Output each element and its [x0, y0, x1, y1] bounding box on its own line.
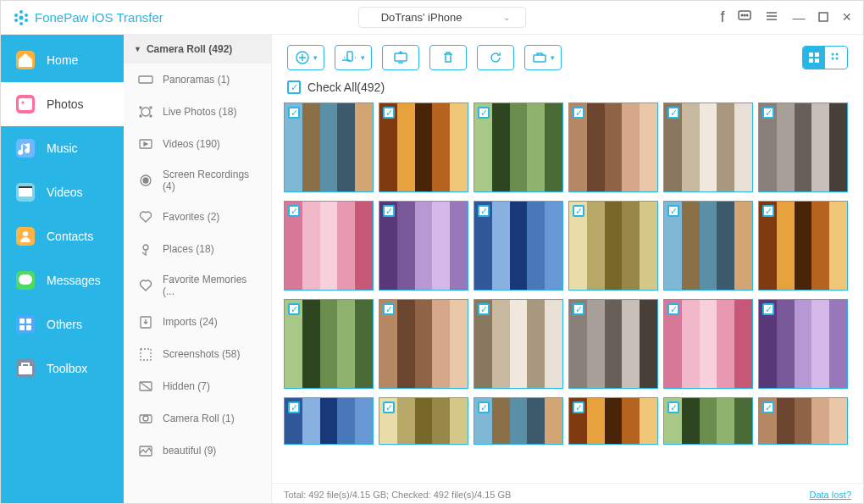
checkbox-icon[interactable]: ✓ [667, 303, 679, 315]
device-selector[interactable]: DoTrans' iPhone ⌄ [358, 7, 526, 28]
checkbox-icon[interactable]: ✓ [762, 205, 774, 217]
album-item[interactable]: Live Photos (18) [124, 96, 271, 128]
checkbox-icon[interactable]: ✓ [478, 303, 490, 315]
checkbox-icon[interactable]: ✓ [762, 402, 774, 413]
photo-thumb[interactable]: ✓ [758, 397, 848, 445]
check-all[interactable]: ✓ Check All(492) [272, 80, 863, 102]
album-item[interactable]: Screenshots (58) [124, 338, 271, 370]
checkbox-icon[interactable]: ✓ [287, 80, 301, 94]
album-item[interactable]: Favorite Memories (... [124, 265, 271, 306]
view-toggle[interactable] [802, 46, 848, 69]
checkbox-icon[interactable]: ✓ [573, 303, 584, 315]
checkbox-icon[interactable]: ✓ [383, 107, 395, 119]
photo-thumb[interactable]: ✓ [284, 397, 374, 445]
album-item[interactable]: Videos (190) [124, 128, 271, 160]
svg-rect-15 [19, 98, 32, 110]
list-view-icon[interactable] [825, 47, 847, 69]
checkbox-icon[interactable]: ✓ [762, 303, 774, 315]
nav-other[interactable]: Others [1, 302, 124, 346]
photo-thumb[interactable]: ✓ [568, 102, 658, 192]
photo-thumb[interactable]: ✓ [474, 102, 563, 192]
album-item[interactable]: Favorites (2) [124, 201, 271, 233]
svg-rect-18 [19, 186, 32, 188]
svg-point-30 [140, 115, 141, 117]
photo-thumb[interactable]: ✓ [758, 201, 848, 291]
checkbox-icon[interactable]: ✓ [762, 107, 774, 119]
photo-thumb[interactable]: ✓ [379, 397, 468, 445]
photo-thumb[interactable]: ✓ [379, 299, 468, 389]
grid-view-icon[interactable] [803, 47, 825, 69]
nav-tool[interactable]: Toolbox [1, 346, 124, 390]
refresh-button[interactable] [477, 45, 514, 70]
facebook-icon[interactable]: f [720, 8, 724, 26]
checkbox-icon[interactable]: ✓ [667, 205, 679, 217]
minimize-button[interactable]: — [792, 10, 805, 25]
photo-thumb[interactable]: ✓ [379, 201, 468, 291]
menu-icon[interactable] [765, 9, 778, 25]
checkbox-icon[interactable]: ✓ [288, 107, 300, 119]
photo-thumb[interactable]: ✓ [663, 397, 753, 445]
delete-button[interactable] [429, 45, 467, 70]
svg-point-19 [23, 231, 28, 236]
toolbox-button[interactable]: ▾ [524, 45, 562, 70]
album-item[interactable]: Hidden (7) [124, 370, 271, 402]
nav-video[interactable]: Videos [1, 170, 124, 214]
checkbox-icon[interactable]: ✓ [383, 303, 395, 315]
maximize-button[interactable] [818, 10, 828, 25]
photo-thumb[interactable]: ✓ [379, 102, 468, 192]
checkbox-icon[interactable]: ✓ [573, 402, 584, 413]
photo-thumb[interactable]: ✓ [284, 102, 374, 192]
svg-rect-25 [19, 366, 32, 374]
photo-thumb[interactable]: ✓ [663, 299, 753, 389]
photo-thumb[interactable]: ✓ [284, 201, 374, 291]
checkbox-icon[interactable]: ✓ [573, 107, 584, 119]
feedback-icon[interactable] [738, 9, 751, 25]
checkbox-icon[interactable]: ✓ [288, 402, 300, 413]
photo-thumb[interactable]: ✓ [284, 299, 374, 389]
export-pc-button[interactable] [382, 45, 419, 70]
checkbox-icon[interactable]: ✓ [288, 303, 300, 315]
checkbox-icon[interactable]: ✓ [667, 402, 679, 413]
album-item[interactable]: Screen Recordings (4) [124, 160, 271, 201]
nav-home[interactable]: Home [1, 38, 124, 82]
data-lost-link[interactable]: Data lost? [809, 490, 851, 500]
photo-thumb[interactable]: ✓ [474, 397, 563, 445]
photo-thumb[interactable]: ✓ [663, 102, 753, 192]
svg-point-5 [14, 19, 18, 22]
photo-thumb[interactable]: ✓ [474, 201, 563, 291]
photo-thumb[interactable]: ✓ [663, 201, 753, 291]
export-device-button[interactable]: ▾ [335, 45, 372, 70]
nav-music[interactable]: Music [1, 126, 124, 170]
photo-thumb[interactable]: ✓ [474, 299, 563, 389]
album-item[interactable]: beautiful (9) [124, 435, 271, 467]
album-item[interactable]: Panoramas (1) [124, 64, 271, 96]
svg-point-29 [150, 107, 152, 108]
photo-thumb[interactable]: ✓ [568, 397, 658, 445]
photo-thumb[interactable]: ✓ [758, 299, 848, 389]
svg-point-16 [22, 102, 25, 104]
checkbox-icon[interactable]: ✓ [478, 107, 490, 119]
checkbox-icon[interactable]: ✓ [478, 402, 490, 413]
checkbox-icon[interactable]: ✓ [383, 402, 395, 413]
album-item[interactable]: Imports (24) [124, 306, 271, 338]
add-button[interactable]: ▾ [287, 45, 324, 70]
photo-icon [16, 95, 35, 114]
photo-thumb[interactable]: ✓ [758, 102, 848, 192]
album-item[interactable]: Camera Roll (1) [124, 402, 271, 435]
svg-point-6 [14, 14, 18, 17]
nav-photo[interactable]: Photos [1, 82, 124, 126]
photo-thumb[interactable]: ✓ [568, 299, 658, 389]
checkbox-icon[interactable]: ✓ [383, 205, 395, 217]
checkbox-icon[interactable]: ✓ [667, 107, 679, 119]
checkbox-icon[interactable]: ✓ [478, 205, 490, 217]
nav-msg[interactable]: Messages [1, 258, 124, 302]
close-button[interactable]: × [842, 8, 851, 26]
checkbox-icon[interactable]: ✓ [288, 205, 300, 217]
album-icon [137, 411, 154, 426]
album-item[interactable]: Places (18) [124, 233, 271, 265]
checkbox-icon[interactable]: ✓ [573, 205, 584, 217]
album-header[interactable]: ▼ Camera Roll (492) [124, 35, 271, 64]
nav-contact[interactable]: Contacts [1, 214, 124, 258]
album-icon [137, 72, 154, 87]
photo-thumb[interactable]: ✓ [568, 201, 658, 291]
